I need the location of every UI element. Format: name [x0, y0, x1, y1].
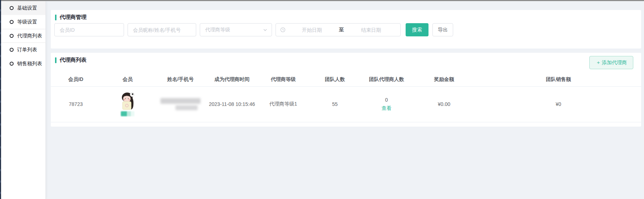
- sidebar: 基础设置 等级设置 代理商列表 订单列表 销售额列表: [1, 1, 46, 199]
- chevron-down-icon: [263, 28, 267, 32]
- cell-team-agent-count: 0 查看: [361, 86, 412, 122]
- agent-management-panel: 代理商管理 代理商等级 至 搜索 导出: [51, 10, 641, 49]
- column-header-agent-level: 代理商等级: [257, 73, 309, 86]
- column-header-team-count: 团队人数: [309, 73, 361, 86]
- circle-bullet-icon: [10, 34, 14, 38]
- nickname-name-phone-input[interactable]: [128, 23, 196, 36]
- section-title-text: 代理商管理: [60, 14, 86, 21]
- cell-name-phone: [154, 86, 207, 122]
- cell-member: [101, 86, 154, 122]
- start-date-input[interactable]: [287, 27, 337, 33]
- agent-management-title: 代理商管理: [51, 10, 641, 21]
- view-link[interactable]: 查看: [361, 105, 412, 112]
- sidebar-item-order-list[interactable]: 订单列表: [1, 43, 45, 57]
- column-header-member-id: 会员ID: [51, 73, 101, 86]
- member-avatar-stack: [120, 92, 135, 116]
- add-agent-button-label: 添加代理商: [602, 60, 627, 66]
- agent-table: 会员ID 会员 姓名/手机号 成为代理商时间 代理商等级 团队人数 团队代理商人…: [51, 73, 641, 122]
- cell-become-agent-time: 2023-11-08 10:15:46: [207, 86, 257, 122]
- table-header-row: 会员ID 会员 姓名/手机号 成为代理商时间 代理商等级 团队人数 团队代理商人…: [51, 73, 641, 86]
- sidebar-item-label: 订单列表: [17, 47, 37, 53]
- sidebar-item-label: 销售额列表: [17, 61, 42, 67]
- window-top-edge: [0, 0, 644, 1]
- table-row: 78723: [51, 86, 641, 122]
- filter-row: 代理商等级 至 搜索 导出: [51, 21, 641, 36]
- circle-bullet-icon: [10, 20, 14, 24]
- column-header-team-agent-count: 团队代理商人数: [361, 73, 412, 86]
- column-header-become-agent-time: 成为代理商时间: [207, 73, 257, 86]
- agent-list-title: 代理商列表: [51, 53, 641, 63]
- blurred-nickname: [121, 111, 134, 116]
- team-agent-count-value: 0: [385, 97, 388, 103]
- cell-reward-amount: ¥0.00: [412, 86, 476, 122]
- circle-bullet-icon: [10, 62, 14, 66]
- column-header-team-sales: 团队销售额: [476, 73, 641, 86]
- add-agent-button[interactable]: ＋ 添加代理商: [589, 56, 633, 69]
- main-content: 代理商管理 代理商等级 至 搜索 导出: [46, 1, 644, 199]
- blurred-name-phone: [160, 98, 200, 110]
- search-button[interactable]: 搜索: [406, 23, 428, 36]
- sidebar-item-label: 等级设置: [17, 19, 37, 25]
- section-accent-bar: [55, 15, 56, 20]
- agent-list-panel: 代理商列表 ＋ 添加代理商 会员ID 会员 姓名/手机号 成为代理商时间 代理商…: [51, 53, 641, 127]
- agent-level-select-placeholder: 代理商等级: [205, 27, 230, 33]
- column-header-member: 会员: [101, 73, 154, 86]
- column-header-reward-amount: 奖励金额: [412, 73, 476, 86]
- date-range-separator: 至: [337, 27, 346, 33]
- sidebar-item-basic-settings[interactable]: 基础设置: [1, 1, 45, 15]
- circle-bullet-icon: [10, 48, 14, 52]
- cell-team-sales: ¥0: [476, 86, 641, 122]
- cell-agent-level: 代理商等级1: [257, 86, 309, 122]
- member-id-input[interactable]: [54, 23, 124, 36]
- date-range-picker[interactable]: 至: [276, 23, 401, 36]
- column-header-name-phone: 姓名/手机号: [154, 73, 207, 86]
- sidebar-item-sales-list[interactable]: 销售额列表: [1, 57, 45, 71]
- sidebar-item-agent-list[interactable]: 代理商列表: [1, 29, 45, 43]
- section-accent-bar: [55, 57, 56, 63]
- collapsed-dark-menu-edge: [0, 0, 1, 199]
- plus-icon: ＋: [596, 60, 601, 66]
- clock-icon: [280, 27, 286, 32]
- avatar: [120, 92, 135, 111]
- sidebar-item-label: 代理商列表: [17, 33, 42, 39]
- sidebar-item-label: 基础设置: [17, 5, 37, 11]
- export-button[interactable]: 导出: [432, 23, 453, 36]
- section-title-text: 代理商列表: [60, 57, 86, 63]
- cell-team-count: 55: [309, 86, 361, 122]
- end-date-input[interactable]: [346, 27, 396, 33]
- sidebar-item-level-settings[interactable]: 等级设置: [1, 15, 45, 29]
- cell-member-id: 78723: [51, 86, 101, 122]
- agent-level-select[interactable]: 代理商等级: [200, 23, 272, 36]
- circle-bullet-icon: [10, 6, 14, 10]
